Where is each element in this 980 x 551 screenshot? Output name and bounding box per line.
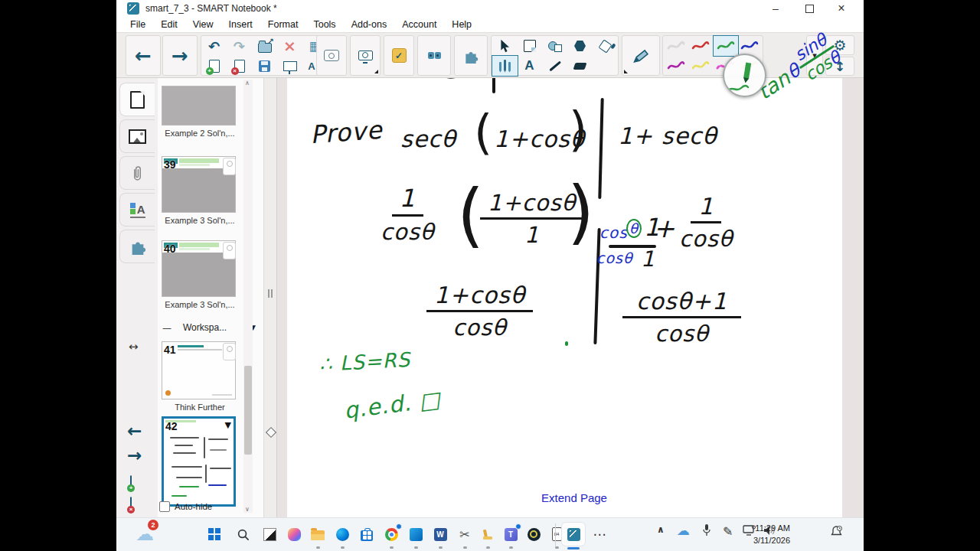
tab-page-sorter[interactable] bbox=[119, 83, 155, 116]
pen-color-magenta[interactable] bbox=[664, 56, 688, 76]
pen-color-red[interactable] bbox=[688, 36, 713, 56]
document-camera-button[interactable] bbox=[350, 35, 381, 76]
minimize-button[interactable]: – bbox=[763, 0, 789, 17]
taskbar-overflow-button[interactable]: ⋯ bbox=[588, 523, 611, 546]
menu-insert[interactable]: Insert bbox=[221, 19, 260, 30]
export-button[interactable]: ↗ bbox=[252, 36, 277, 56]
undo-icon: ↶ bbox=[208, 38, 220, 54]
delete-button[interactable]: × bbox=[277, 36, 302, 56]
task-view-button[interactable] bbox=[258, 523, 281, 546]
microphone-tray-icon[interactable] bbox=[701, 523, 712, 539]
scroll-up-icon[interactable]: ∧ bbox=[245, 80, 250, 86]
ink-paren-close: ) bbox=[569, 101, 587, 157]
select-tool-button[interactable] bbox=[492, 36, 517, 56]
search-button[interactable] bbox=[231, 523, 254, 546]
add-page-button[interactable]: + bbox=[201, 56, 227, 76]
empty-cell bbox=[593, 56, 618, 76]
chrome-button[interactable] bbox=[380, 523, 403, 546]
scrollbar-thumb[interactable] bbox=[244, 366, 252, 455]
thumbnail-40[interactable]: 40 bbox=[162, 240, 236, 297]
shapes-tool-button[interactable] bbox=[542, 36, 567, 56]
splitter-collapse-handle[interactable] bbox=[266, 427, 276, 438]
menu-edit[interactable]: Edit bbox=[153, 19, 185, 30]
tab-gallery[interactable] bbox=[119, 119, 155, 153]
pen-tray-icon[interactable]: ✎ bbox=[723, 524, 733, 539]
tab-add-ons[interactable] bbox=[119, 230, 155, 263]
menu-account[interactable]: Account bbox=[394, 19, 444, 30]
menu-view[interactable]: View bbox=[185, 19, 221, 30]
delete-page-icon: × bbox=[234, 60, 245, 73]
pen-color-green-selected[interactable] bbox=[713, 35, 739, 57]
previous-page-button[interactable]: ← bbox=[126, 35, 161, 76]
scroll-down-icon[interactable]: ∨ bbox=[245, 506, 250, 513]
pen-color-blue[interactable] bbox=[737, 36, 762, 56]
screen-capture-button[interactable] bbox=[316, 35, 347, 76]
page-menu-dropdown-icon[interactable]: ▼ bbox=[225, 420, 231, 430]
menu-format[interactable]: Format bbox=[260, 19, 306, 30]
redo-button[interactable]: ↷ bbox=[227, 36, 252, 56]
save-button[interactable] bbox=[252, 56, 277, 76]
edge-button[interactable] bbox=[331, 523, 354, 546]
screen-shade-button[interactable] bbox=[277, 56, 302, 76]
tray-show-hidden-icon[interactable]: ∧ bbox=[657, 524, 665, 535]
notification-center-button[interactable] bbox=[830, 525, 843, 540]
menu-tools[interactable]: Tools bbox=[305, 19, 343, 30]
copilot-button[interactable] bbox=[283, 523, 305, 546]
tab-attachments[interactable] bbox=[119, 156, 155, 190]
file-explorer-button[interactable] bbox=[306, 523, 329, 546]
smart-notebook-taskbar-button[interactable] bbox=[562, 523, 585, 546]
thumbnail-41[interactable]: 41 bbox=[162, 341, 236, 399]
extend-page-link[interactable]: Extend Page bbox=[505, 491, 643, 504]
undo-button[interactable]: ↶ bbox=[201, 36, 227, 56]
taskbar-clock[interactable]: 11:29 AM 3/11/2026 bbox=[753, 522, 790, 546]
thumbnail-scrollbar[interactable]: ∧ ∨ bbox=[243, 80, 253, 513]
delete-page-button[interactable]: × bbox=[227, 56, 252, 76]
teams-button[interactable]: T bbox=[499, 523, 522, 546]
outlook-button[interactable] bbox=[404, 523, 427, 546]
word-button[interactable]: W bbox=[429, 523, 452, 546]
next-page-button[interactable]: → bbox=[162, 35, 198, 76]
smart-blocks-button[interactable] bbox=[417, 35, 451, 76]
notes-tool-button[interactable] bbox=[517, 36, 542, 56]
auto-hide-control[interactable]: Auto-hide bbox=[159, 501, 212, 512]
add-ons-button[interactable] bbox=[454, 35, 488, 76]
menu-addons[interactable]: Add-ons bbox=[344, 19, 395, 30]
pen-style-button[interactable] bbox=[622, 35, 660, 76]
auto-hide-checkbox[interactable] bbox=[159, 501, 170, 512]
dark-circle-app-button[interactable] bbox=[522, 523, 545, 546]
onedrive-icon[interactable]: ☁ bbox=[677, 523, 690, 538]
eraser-tool-button[interactable] bbox=[567, 56, 593, 76]
response-button[interactable]: ✓ bbox=[384, 35, 414, 76]
panel-flip-icon[interactable]: ↔ bbox=[129, 340, 139, 354]
line-tool-button[interactable] bbox=[542, 56, 567, 76]
sidebar-delete-page-button[interactable]: × bbox=[130, 497, 132, 511]
menu-help[interactable]: Help bbox=[444, 19, 479, 30]
thumbnail-example2[interactable] bbox=[162, 86, 236, 126]
panel-splitter[interactable] bbox=[263, 78, 277, 517]
weather-widget[interactable]: ☁ 2 bbox=[133, 523, 156, 546]
thumbnail-39[interactable]: 39 bbox=[162, 156, 236, 213]
sidebar-add-page-button[interactable]: + bbox=[130, 476, 132, 490]
close-button[interactable]: × bbox=[828, 0, 854, 17]
pen-color-gray[interactable] bbox=[664, 36, 688, 56]
thumbnail-42-selected[interactable]: 42 ▼ bbox=[162, 416, 236, 507]
collapse-group-icon[interactable]: — bbox=[162, 323, 172, 334]
scribble-line bbox=[210, 449, 227, 451]
snipping-tool-button[interactable]: ✂ bbox=[453, 523, 476, 546]
text-tool-button[interactable]: A bbox=[517, 56, 542, 76]
sidebar-previous-page-button[interactable]: ← bbox=[127, 421, 142, 441]
tab-properties[interactable]: A bbox=[119, 193, 155, 227]
polygon-tool-button[interactable] bbox=[567, 36, 593, 56]
pens-tool-button[interactable] bbox=[492, 55, 518, 77]
scribble-line bbox=[208, 439, 228, 440]
menu-file[interactable]: File bbox=[122, 19, 153, 30]
maximize-button[interactable] bbox=[796, 0, 822, 17]
menu-bar: File Edit View Insert Format Tools Add-o… bbox=[116, 17, 864, 32]
start-button[interactable] bbox=[203, 523, 226, 546]
desk-app-button[interactable] bbox=[476, 523, 499, 546]
fill-tool-button[interactable] bbox=[593, 36, 618, 56]
whiteboard-page[interactable]: LS Prove secθ ( 1+cosθ ) 1+ secθ 1 cosθ … bbox=[287, 78, 842, 517]
store-button[interactable] bbox=[355, 523, 378, 546]
pen-color-yellow[interactable] bbox=[688, 56, 713, 76]
sidebar-next-page-button[interactable]: → bbox=[127, 445, 142, 465]
